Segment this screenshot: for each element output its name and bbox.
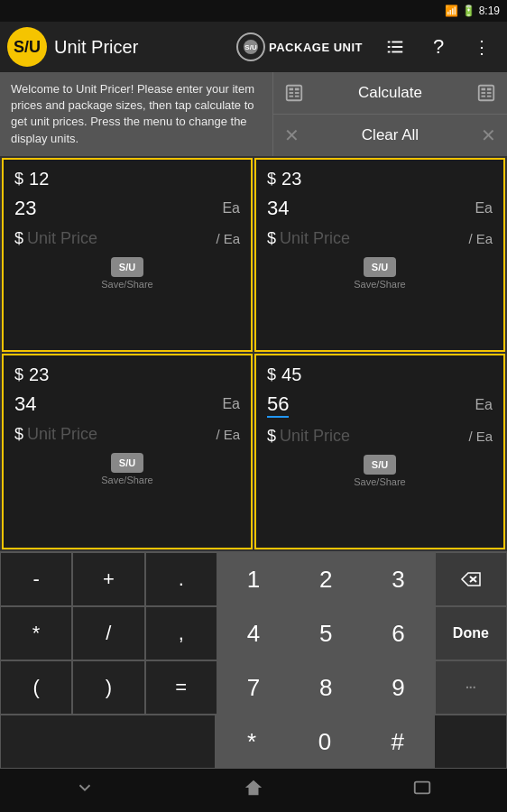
svg-marker-23 <box>245 780 262 788</box>
key-2[interactable]: 2 <box>290 552 362 606</box>
package-unit-button[interactable]: S/U PACKAGE UNIT <box>229 29 370 65</box>
key-empty-right <box>434 715 507 769</box>
card-3-save-label: Save/Share <box>101 475 152 485</box>
info-text: Welcome to Unit Pricer! Please enter you… <box>0 72 272 156</box>
svg-marker-20 <box>462 573 480 586</box>
nav-home-button[interactable] <box>226 770 281 810</box>
app-bar: S/U Unit Pricer S/U PACKAGE UNIT ? ⋮ <box>0 22 507 72</box>
card-2-unit-price-label: Unit Price <box>280 229 350 248</box>
card-4-save-badge: S/U <box>364 455 396 475</box>
card-3-qty-row[interactable]: 34 Ea <box>14 389 240 420</box>
clear-icon-left: ✕ <box>284 125 300 146</box>
card-1-save-label: Save/Share <box>101 279 152 290</box>
key-9[interactable]: 9 <box>362 660 434 715</box>
key-4[interactable]: 4 <box>217 606 290 660</box>
key-star[interactable]: * <box>216 715 289 769</box>
price-card-3[interactable]: $ 23 34 Ea $ Unit Price / Ea S/U Save/Sh… <box>2 354 253 549</box>
svg-rect-7 <box>290 88 294 90</box>
key-6[interactable]: 6 <box>362 606 434 660</box>
key-1[interactable]: 1 <box>217 552 290 606</box>
card-1-unit: Ea <box>222 200 240 217</box>
key-0[interactable]: 0 <box>288 715 361 769</box>
status-bar: 📶 🔋 8:19 <box>0 0 507 22</box>
card-3-qty: 34 <box>14 392 36 416</box>
svg-rect-6 <box>287 86 302 101</box>
card-4-unit-dollar: $ <box>267 427 276 446</box>
price-card-1[interactable]: $ 12 23 Ea $ Unit Price / Ea S/U Save/Sh… <box>2 158 253 352</box>
card-3-save-row[interactable]: S/U Save/Share <box>14 453 240 485</box>
svg-rect-11 <box>290 96 294 97</box>
card-4-price-row: $ 45 <box>267 364 493 385</box>
signal-icon: 📶 <box>445 5 458 17</box>
nav-recents-button[interactable] <box>394 770 450 810</box>
key-hash[interactable]: # <box>361 715 434 769</box>
key-multiply[interactable]: * <box>0 606 72 660</box>
cards-area: $ 12 23 Ea $ Unit Price / Ea S/U Save/Sh… <box>0 156 507 551</box>
key-minus[interactable]: - <box>0 552 72 606</box>
card-2-qty-row[interactable]: 34 Ea <box>267 193 493 224</box>
key-close-paren[interactable]: ) <box>72 660 144 715</box>
key-dot[interactable]: . <box>145 552 217 606</box>
card-2-price-row: $ 23 <box>267 169 493 189</box>
card-2-save-row[interactable]: S/U Save/Share <box>267 257 493 290</box>
key-7[interactable]: 7 <box>217 660 290 715</box>
key-backspace[interactable] <box>435 552 507 606</box>
card-1-save-badge: S/U <box>111 257 143 277</box>
calculate-button[interactable]: Calculate <box>273 72 507 115</box>
card-3-unit-price-row: $ Unit Price / Ea <box>14 425 240 444</box>
keyboard: - + . 1 2 3 * / , 4 5 6 Done <box>0 551 507 769</box>
card-4-price: 45 <box>281 364 301 385</box>
card-4-per-unit: Ea <box>476 429 493 444</box>
svg-rect-17 <box>487 92 492 94</box>
card-3-unit: Ea <box>222 396 240 412</box>
card-2-unit-price-row: $ Unit Price / Ea <box>267 229 493 248</box>
card-1-dollar: $ <box>14 170 23 189</box>
card-1-price-row: $ 12 <box>14 169 240 189</box>
key-plus[interactable]: + <box>72 552 144 606</box>
card-1-save-row[interactable]: S/U Save/Share <box>14 257 240 290</box>
key-8[interactable]: 8 <box>290 660 362 715</box>
key-open-paren[interactable]: ( <box>0 660 72 715</box>
card-4-qty-row[interactable]: 56 Ea <box>267 389 493 421</box>
key-equals[interactable]: = <box>145 660 217 715</box>
package-icon-inner: S/U <box>244 40 258 54</box>
clear-all-button[interactable]: ✕ Clear All ✕ <box>273 115 507 156</box>
help-button[interactable]: ? <box>420 29 456 65</box>
keyboard-row-3: ( ) = 7 8 9 ··· <box>0 660 507 715</box>
key-3[interactable]: 3 <box>362 552 434 606</box>
svg-rect-15 <box>487 88 492 90</box>
keyboard-row-2: * / , 4 5 6 Done <box>0 606 507 660</box>
package-unit-label: PACKAGE UNIT <box>269 41 363 54</box>
svg-rect-9 <box>290 92 294 94</box>
key-dots: ··· <box>435 660 507 715</box>
app-title: Unit Pricer <box>54 37 222 58</box>
calculate-label: Calculate <box>358 84 422 102</box>
price-card-4[interactable]: $ 45 56 Ea $ Unit Price / Ea S/U Save/Sh… <box>254 354 505 549</box>
card-2-per-unit: Ea <box>476 231 493 246</box>
help-icon: ? <box>433 35 444 59</box>
nav-back-button[interactable] <box>57 770 113 810</box>
more-options-button[interactable]: ⋮ <box>464 29 500 65</box>
card-4-save-row[interactable]: S/U Save/Share <box>267 455 493 487</box>
time-display: 8:19 <box>479 5 500 17</box>
svg-rect-10 <box>295 92 300 94</box>
key-done[interactable]: Done <box>435 606 507 660</box>
card-2-unit: Ea <box>475 200 493 217</box>
price-card-2[interactable]: $ 23 34 Ea $ Unit Price / Ea S/U Save/Sh… <box>254 158 505 352</box>
home-icon <box>244 778 263 798</box>
card-1-qty-row[interactable]: 23 Ea <box>14 193 240 224</box>
key-5[interactable]: 5 <box>290 606 362 660</box>
battery-icon: 🔋 <box>462 5 475 17</box>
key-divide[interactable]: / <box>72 606 144 660</box>
backspace-icon <box>460 571 482 587</box>
key-wide-empty <box>0 715 216 769</box>
calculate-icon-right <box>476 83 496 103</box>
list-icon-button[interactable] <box>377 29 413 65</box>
card-1-price: 12 <box>29 169 49 189</box>
svg-rect-12 <box>295 96 300 97</box>
more-icon: ⋮ <box>473 36 491 58</box>
card-4-unit: Ea <box>475 397 493 413</box>
card-3-per-unit: Ea <box>224 427 240 442</box>
key-comma[interactable]: , <box>145 606 217 660</box>
svg-rect-13 <box>479 86 494 101</box>
